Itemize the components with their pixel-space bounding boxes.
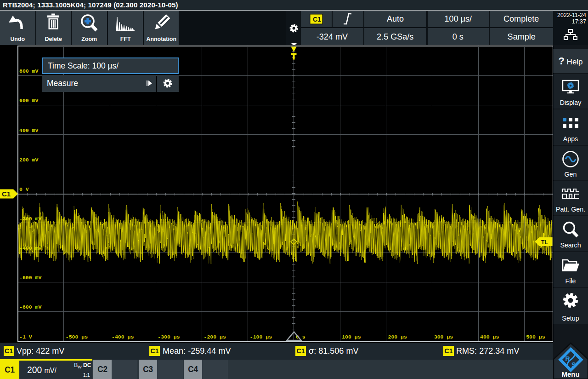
svg-text:C1: C1 <box>2 190 11 198</box>
svg-text:600 mV: 600 mV <box>19 98 39 103</box>
svg-text:500 µs: 500 µs <box>526 334 545 340</box>
svg-text:300 µs: 300 µs <box>434 334 453 340</box>
svg-text:-800 mV: -800 mV <box>19 304 41 310</box>
svg-text:200 mV: 200 mV <box>19 157 39 163</box>
svg-text:S: S <box>571 361 576 368</box>
svg-text:-100 µs: -100 µs <box>250 334 272 340</box>
svg-text:-600 mV: -600 mV <box>19 275 41 281</box>
svg-text:-1 V: -1 V <box>19 334 32 340</box>
svg-text:TL: TL <box>541 239 548 246</box>
svg-text:400 mV: 400 mV <box>19 127 39 133</box>
svg-text:-400 µs: -400 µs <box>112 334 134 340</box>
svg-text:800 mV: 800 mV <box>19 68 39 74</box>
svg-text:-300 µs: -300 µs <box>158 334 180 340</box>
svg-text:100 µs: 100 µs <box>342 334 361 340</box>
svg-text:0 V: 0 V <box>19 186 29 192</box>
svg-text:Menu: Menu <box>561 370 579 378</box>
svg-text:-500 µs: -500 µs <box>66 334 88 340</box>
svg-text:-200 µs: -200 µs <box>204 334 226 340</box>
svg-text:400 µs: 400 µs <box>480 334 499 340</box>
svg-text:200 µs: 200 µs <box>388 334 407 340</box>
